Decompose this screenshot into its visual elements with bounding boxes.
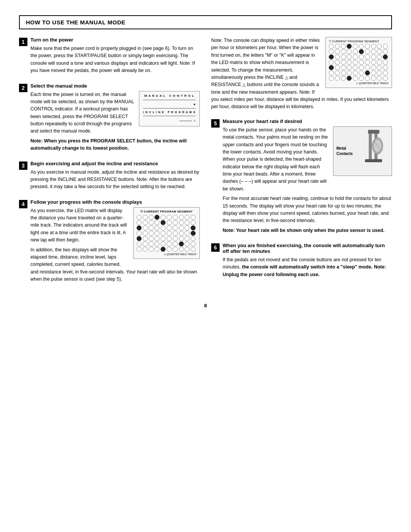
step-6: 6 When you are finished exercising, the … [211, 243, 392, 281]
step-5-title: Measure your heart rate if desired [223, 118, 392, 124]
panel-bottom: ——— ○ [143, 117, 196, 124]
step-3-number: 3 [19, 161, 27, 170]
panel-title: M A N U A L C O N T R O L [143, 94, 196, 98]
treadmill-svg [354, 127, 392, 173]
step-2-content: Select the manual mode M A N U A L C O N… [30, 83, 200, 155]
led-grid-step4 [137, 215, 196, 252]
page-number: 8 [19, 303, 392, 308]
step-1-content: Turn on the power Make sure that the pow… [30, 37, 200, 77]
metal-contacts-label: MetalContacts [336, 146, 353, 157]
left-column: 1 Turn on the power Make sure that the p… [19, 37, 200, 291]
panel-dot-2: ○ [193, 118, 196, 124]
step-4-body: ▽ CURRENT PROGRAM SEGMENT ▷ QUARTER MILE… [30, 207, 200, 286]
step-3-content: Begin exercising and adjust the incline … [30, 161, 200, 193]
panel-bottom-line: ——— [179, 117, 192, 124]
page: HOW TO USE THE MANUAL MODE 1 Turn on the… [19, 15, 392, 308]
matrix-title-step4: ▽ CURRENT PROGRAM SEGMENT [137, 209, 196, 214]
step-5-number: 5 [211, 119, 220, 128]
step-2: 2 Select the manual mode M A N U A L C O… [19, 83, 200, 155]
current-program-display: ▽ CURRENT PROGRAM SEGMENT ▷ QUARTER MILE… [325, 37, 392, 88]
step-3-body: As you exercise in manual mode, adjust t… [30, 169, 200, 191]
panel-line-1 [143, 100, 196, 100]
manual-control-panel: M A N U A L C O N T R O L ● I N C L I N … [139, 91, 200, 127]
step-5-content: Measure your heart rate if desired Metal… [223, 118, 392, 236]
svg-rect-1 [369, 131, 372, 161]
matrix-footer-step4: ▷ QUARTER MILE TRACK [137, 252, 196, 257]
led-grid-top [329, 44, 389, 81]
right-note: ▽ CURRENT PROGRAM SEGMENT ▷ QUARTER MILE… [211, 37, 392, 113]
step-6-bold: the console will automatically switch in… [223, 264, 386, 277]
step-5: 5 Measure your heart rate if desired Met… [211, 118, 392, 236]
svg-rect-3 [365, 159, 382, 162]
step-4: 4 Follow your progress with the console … [19, 199, 200, 286]
step-2-bold: Note: When you press the PROGRAM SELECT … [30, 138, 186, 151]
step-4-content: Follow your progress with the console di… [30, 199, 200, 286]
step-4-number: 4 [19, 200, 27, 208]
step-1-title: Turn on the power [30, 37, 200, 43]
panel-dot-1: ● [143, 101, 196, 107]
step-1: 1 Turn on the power Make sure that the p… [19, 37, 200, 77]
step-2-title: Select the manual mode [30, 83, 200, 89]
page-title: HOW TO USE THE MANUAL MODE [26, 19, 385, 26]
svg-rect-2 [368, 130, 379, 134]
step-5-body: MetalContacts [223, 126, 392, 236]
quarter-mile-label-top: ▷ QUARTER MILE TRACK [329, 81, 389, 86]
panel-line-2 [143, 108, 196, 109]
step-2-number: 2 [19, 84, 27, 92]
step-3-title: Begin exercising and adjust the incline … [30, 161, 200, 166]
metal-contacts-illustration: MetalContacts [333, 126, 392, 176]
step-1-body: Make sure that the power cord is properl… [30, 45, 200, 75]
right-column: ▽ CURRENT PROGRAM SEGMENT ▷ QUARTER MILE… [211, 37, 392, 291]
step-4-title: Follow your progress with the console di… [30, 199, 200, 205]
step-1-number: 1 [19, 38, 27, 46]
title-box: HOW TO USE THE MANUAL MODE [19, 15, 392, 29]
step-5-bold: Note: Your heart rate will be shown only… [223, 228, 384, 233]
step-2-body: M A N U A L C O N T R O L ● I N C L I N … [30, 91, 200, 155]
step-3: 3 Begin exercising and adjust the inclin… [19, 161, 200, 193]
step-6-body: If the pedals are not moved and the cons… [223, 256, 392, 278]
step-6-title: When you are finished exercising, the co… [223, 243, 392, 254]
step-6-number: 6 [211, 243, 220, 252]
panel-line-3 [143, 116, 196, 116]
step-6-content: When you are finished exercising, the co… [223, 243, 392, 281]
panel-subtitle: I N C L I N E P R O G R A M S [143, 110, 196, 115]
led-matrix-step4: ▽ CURRENT PROGRAM SEGMENT ▷ QUARTER MILE… [133, 207, 200, 259]
current-program-title: ▽ CURRENT PROGRAM SEGMENT [329, 39, 389, 44]
